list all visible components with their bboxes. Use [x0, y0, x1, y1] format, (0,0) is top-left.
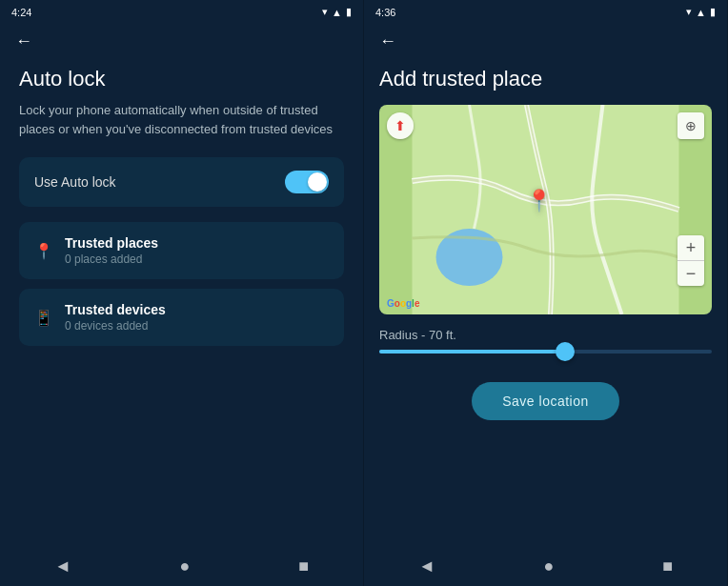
save-location-button[interactable]: Save location	[472, 382, 619, 420]
right-back-nav-icon[interactable]: ◄	[418, 556, 435, 576]
map-background: ⬆ ⊕ 📍 + − Google	[379, 105, 712, 314]
page-description: Lock your phone automatically when outsi…	[19, 101, 344, 138]
right-recents-nav-icon[interactable]: ■	[662, 556, 673, 576]
battery-icon: ▮	[346, 6, 352, 18]
right-content-area: Add trusted place	[364, 59, 727, 547]
slider-track	[379, 350, 712, 354]
wifi-icon: ▾	[322, 6, 328, 18]
left-time: 4:24	[11, 7, 31, 18]
back-nav-icon[interactable]: ◄	[54, 556, 71, 576]
recents-nav-icon[interactable]: ■	[298, 556, 309, 576]
trusted-devices-item[interactable]: 📱 Trusted devices 0 devices added	[19, 289, 344, 346]
save-button-row: Save location	[379, 382, 712, 420]
auto-lock-toggle-row[interactable]: Use Auto lock	[19, 157, 344, 207]
trusted-devices-text: Trusted devices 0 devices added	[65, 302, 166, 333]
location-pin-icon: 📍	[34, 242, 53, 260]
left-content-area: Auto lock Lock your phone automatically …	[0, 59, 363, 547]
trusted-devices-subtitle: 0 devices added	[65, 319, 166, 333]
zoom-in-button[interactable]: +	[677, 235, 704, 260]
radius-label: Radius - 70 ft.	[379, 328, 712, 342]
radius-slider-container[interactable]	[379, 350, 712, 354]
google-watermark: Google	[387, 298, 419, 309]
right-nav-bar: ◄ ● ■	[364, 547, 727, 586]
toggle-knob	[308, 172, 327, 192]
right-status-bar: 4:36 ▾ ▲ ▮	[364, 0, 727, 24]
map-pin-marker: 📍	[526, 189, 552, 213]
compass-icon[interactable]: ⬆	[387, 112, 414, 139]
map-zoom-controls[interactable]: + −	[677, 235, 704, 286]
left-back-button[interactable]: ←	[0, 24, 363, 59]
locate-me-icon[interactable]: ⊕	[677, 112, 704, 139]
left-phone-screen: 4:24 ▾ ▲ ▮ ← Auto lock Lock your phone a…	[0, 0, 364, 586]
page-title: Auto lock	[19, 67, 344, 91]
right-home-nav-icon[interactable]: ●	[544, 556, 555, 576]
home-nav-icon[interactable]: ●	[180, 556, 191, 576]
left-status-icons: ▾ ▲ ▮	[322, 6, 352, 18]
right-back-button[interactable]: ←	[364, 24, 727, 59]
left-nav-bar: ◄ ● ■	[0, 547, 363, 586]
trusted-places-subtitle: 0 places added	[65, 253, 158, 266]
right-signal-icon: ▲	[696, 7, 706, 18]
trusted-places-item[interactable]: 📍 Trusted places 0 places added	[19, 222, 344, 279]
right-page-title: Add trusted place	[379, 67, 712, 91]
toggle-label: Use Auto lock	[34, 174, 116, 190]
map-container[interactable]: ⬆ ⊕ 📍 + − Google	[379, 105, 712, 314]
right-phone-screen: 4:36 ▾ ▲ ▮ ← Add trusted place	[364, 0, 728, 586]
signal-icon: ▲	[332, 7, 342, 18]
trusted-devices-title: Trusted devices	[65, 302, 166, 317]
right-status-icons: ▾ ▲ ▮	[686, 6, 716, 18]
slider-fill	[379, 350, 562, 354]
auto-lock-toggle[interactable]	[285, 171, 329, 193]
trusted-places-title: Trusted places	[65, 235, 158, 251]
right-battery-icon: ▮	[710, 6, 716, 18]
zoom-out-button[interactable]: −	[677, 261, 704, 286]
device-icon: 📱	[34, 309, 53, 327]
slider-thumb[interactable]	[556, 342, 575, 361]
right-wifi-icon: ▾	[686, 6, 692, 18]
trusted-places-text: Trusted places 0 places added	[65, 235, 158, 266]
left-status-bar: 4:24 ▾ ▲ ▮	[0, 0, 363, 24]
right-time: 4:36	[375, 7, 395, 18]
